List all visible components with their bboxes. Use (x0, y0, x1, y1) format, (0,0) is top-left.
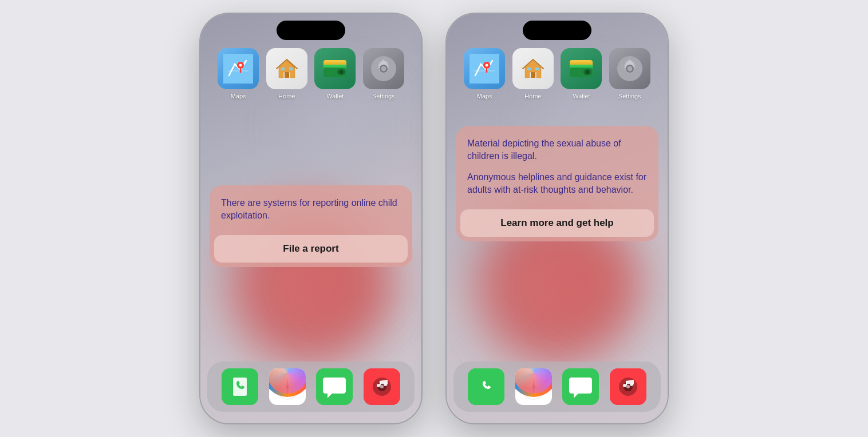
settings-icon-left (363, 48, 404, 89)
svg-rect-41 (535, 67, 539, 70)
svg-point-39 (534, 74, 535, 76)
maps-label-left: Maps (231, 93, 246, 100)
app-item-home-right[interactable]: Home (512, 48, 554, 100)
card-text-line1-right: Material depicting the sexual abuse of c… (467, 137, 647, 163)
card-content-left: There are systems for reporting online c… (210, 185, 412, 228)
svg-rect-6 (289, 67, 293, 70)
card-main-text-left: There are systems for reporting online c… (221, 197, 401, 223)
music-app-icon-right[interactable] (610, 368, 646, 405)
siri-orb-right (515, 368, 552, 397)
dock-left (207, 361, 415, 412)
maps-label-right: Maps (477, 93, 492, 100)
svg-point-37 (486, 64, 488, 67)
messages-app-icon-right[interactable] (562, 368, 599, 405)
home-label-right: Home (524, 93, 541, 100)
phone-app-icon-right[interactable] (468, 368, 504, 405)
app-row-left: Maps Home (200, 48, 421, 100)
svg-point-16 (381, 66, 386, 71)
home-icon-left (266, 48, 307, 89)
learn-more-button[interactable]: Learn more and get help (460, 209, 654, 237)
settings-label-left: Settings (372, 93, 395, 100)
svg-rect-35 (469, 54, 499, 84)
siri-card-left: There are systems for reporting online c… (210, 185, 412, 267)
file-report-button[interactable]: File a report (214, 235, 408, 263)
file-report-label: File a report (283, 243, 338, 254)
svg-point-13 (340, 70, 343, 74)
svg-point-4 (287, 74, 289, 76)
card-content-right: Material depicting the sexual abuse of c… (456, 126, 658, 202)
siri-orb-left (269, 368, 306, 397)
app-row-right: Maps Home (447, 48, 668, 100)
app-item-wallet-right[interactable]: Wallet (561, 48, 602, 100)
app-item-settings-right[interactable]: Settings (609, 48, 650, 100)
siri-orb-visual-right (515, 368, 552, 397)
app-item-wallet-left[interactable]: Wallet (314, 48, 356, 100)
svg-point-51 (627, 66, 632, 71)
svg-point-2 (239, 64, 242, 67)
home-label-left: Home (278, 93, 295, 100)
settings-icon-right (609, 48, 650, 89)
phone-app-icon-left[interactable] (222, 368, 258, 405)
phone-right: Maps Home (445, 13, 669, 424)
svg-rect-5 (281, 67, 285, 70)
music-app-icon-left[interactable] (364, 368, 400, 405)
wallet-label-right: Wallet (573, 93, 590, 100)
safari-app-icon-right[interactable] (515, 368, 552, 405)
safari-app-icon-left[interactable] (269, 368, 306, 405)
messages-app-icon-left[interactable] (316, 368, 353, 405)
wallet-icon-left (314, 48, 356, 89)
maps-icon-left (218, 48, 259, 89)
dock-right (453, 361, 661, 412)
home-icon-right (512, 48, 554, 89)
dynamic-island-right (523, 21, 591, 40)
phone-left: Maps Home (199, 13, 423, 424)
app-item-maps-right[interactable]: Maps (464, 48, 505, 100)
maps-icon-right (464, 48, 505, 89)
wallet-label-left: Wallet (326, 93, 344, 100)
siri-orb-visual-left (269, 368, 306, 397)
app-item-settings-left[interactable]: Settings (363, 48, 404, 100)
app-item-home-left[interactable]: Home (266, 48, 307, 100)
settings-label-right: Settings (618, 93, 641, 100)
svg-rect-40 (527, 67, 531, 70)
svg-rect-0 (223, 54, 253, 84)
learn-more-label: Learn more and get help (500, 217, 613, 228)
siri-card-right: Material depicting the sexual abuse of c… (456, 126, 658, 241)
svg-point-48 (586, 70, 589, 74)
app-item-maps-left[interactable]: Maps (218, 48, 259, 100)
wallet-icon-right (561, 48, 602, 89)
card-text-line2-right: Anonymous helplines and guidance exist f… (467, 171, 647, 197)
dynamic-island-left (277, 21, 345, 40)
